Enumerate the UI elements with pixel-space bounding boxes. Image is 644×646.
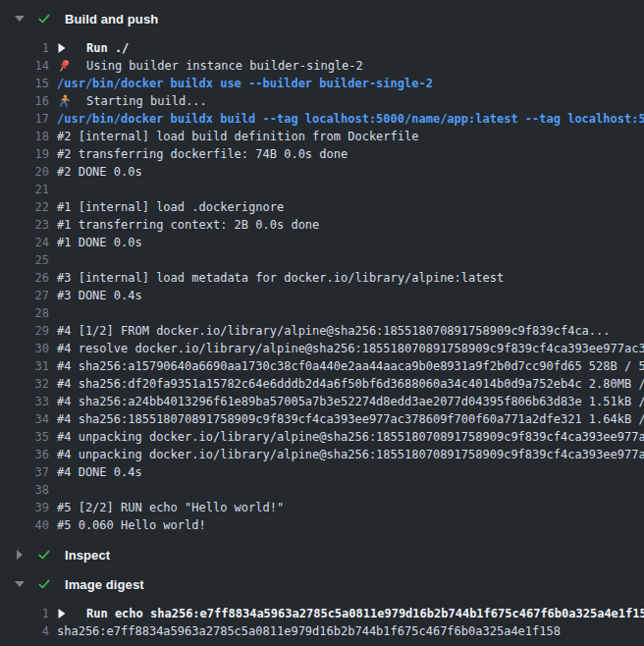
log-line: 1 Run ./ (0, 39, 644, 57)
log-line: 20 #2 DONE 0.0s (0, 163, 644, 181)
log-line: 18 #2 [internal] load build definition f… (0, 128, 644, 145)
line-number[interactable]: 40 (0, 516, 49, 534)
line-content: /usr/bin/docker buildx build --tag local… (57, 110, 644, 128)
section-title-inspect: Inspect (65, 548, 110, 563)
log-text: #3 [internal] load metadata for docker.i… (57, 269, 504, 287)
log-line: 4 sha256:e7ff8834a5963a2785c5a0811e979d1… (0, 622, 644, 640)
line-content (57, 181, 644, 198)
log-line: 36 #4 unpacking docker.io/library/alpine… (0, 446, 644, 463)
workflow-log-viewer: Build and push 1 Run ./ 14 Using builder… (0, 4, 644, 646)
line-number[interactable]: 1 (0, 605, 49, 622)
line-number[interactable]: 1 (0, 39, 49, 57)
log-text: /usr/bin/docker buildx build --tag local… (57, 110, 644, 128)
line-number[interactable]: 16 (0, 92, 49, 110)
log-line: 35 #4 unpacking docker.io/library/alpine… (0, 428, 644, 446)
line-number[interactable]: 33 (0, 393, 49, 410)
line-number[interactable]: 15 (0, 75, 49, 92)
line-number[interactable]: 30 (0, 340, 49, 357)
chevron-right-icon[interactable] (57, 43, 79, 53)
log-line: 24 #1 DONE 0.0s (0, 234, 644, 251)
section-header-image-digest[interactable]: Image digest (0, 569, 644, 599)
line-number[interactable]: 14 (0, 57, 49, 75)
line-number[interactable]: 18 (0, 128, 49, 145)
log-text: #1 DONE 0.0s (57, 234, 142, 251)
log-text: #3 DONE 0.4s (57, 287, 142, 304)
line-number[interactable]: 27 (0, 287, 49, 304)
log-line: 15 /usr/bin/docker buildx use --builder … (0, 75, 644, 92)
line-number[interactable]: 21 (0, 181, 49, 198)
line-content: #4 sha256:df20fa9351a15782c64e6dddb2d4a6… (57, 375, 644, 393)
log-line: 29 #4 [1/2] FROM docker.io/library/alpin… (0, 322, 644, 340)
section-header-build-and-push[interactable]: Build and push (0, 4, 644, 33)
line-number[interactable]: 17 (0, 110, 49, 128)
log-text: #4 [1/2] FROM docker.io/library/alpine@s… (57, 322, 611, 340)
line-number[interactable]: 26 (0, 269, 49, 287)
line-number[interactable]: 34 (0, 410, 49, 428)
line-content: #3 [internal] load metadata for docker.i… (57, 269, 644, 287)
line-number[interactable]: 38 (0, 481, 49, 499)
log-text: #4 sha256:185518070891758909c9f839cf4ca3… (57, 410, 644, 428)
log-line: 38 (0, 481, 644, 499)
line-content: #3 DONE 0.4s (57, 287, 644, 304)
log-line: 14 Using builder instance builder-single… (0, 57, 644, 75)
line-number[interactable]: 25 (0, 251, 49, 269)
line-number[interactable]: 4 (0, 622, 49, 640)
success-check-icon (37, 12, 51, 26)
log-line: 34 #4 sha256:185518070891758909c9f839cf4… (0, 410, 644, 428)
success-check-icon (37, 577, 51, 591)
line-number[interactable]: 37 (0, 463, 49, 481)
line-number[interactable]: 22 (0, 198, 49, 216)
log-line: 32 #4 sha256:df20fa9351a15782c64e6dddb2d… (0, 375, 644, 393)
log-text: #4 unpacking docker.io/library/alpine@sh… (57, 428, 644, 446)
line-content: #4 sha256:a15790640a6690aa1730c38cf0a440… (57, 357, 644, 375)
log-line: 31 #4 sha256:a15790640a6690aa1730c38cf0a… (0, 357, 644, 375)
line-content: #2 [internal] load build definition from… (57, 128, 644, 145)
log-text: #4 sha256:a24bb4013296f61e89ba57005a7b3e… (57, 393, 644, 410)
line-content: #1 DONE 0.0s (57, 234, 644, 251)
line-content: #5 [2/2] RUN echo "Hello world!" (57, 499, 644, 516)
line-content: #4 sha256:a24bb4013296f61e89ba57005a7b3e… (57, 393, 644, 410)
line-number[interactable]: 35 (0, 428, 49, 446)
line-number[interactable]: 19 (0, 145, 49, 163)
log-line: 1 Run echo sha256:e7ff8834a5963a2785c5a0… (0, 605, 644, 622)
line-content: #4 resolve docker.io/library/alpine@sha2… (57, 340, 644, 357)
log-section: Inspect (0, 540, 644, 569)
log-text: #2 transferring dockerfile: 74B 0.0s don… (57, 145, 348, 163)
line-number[interactable]: 20 (0, 163, 49, 181)
log-line: 28 (0, 304, 644, 322)
chevron-down-icon[interactable] (14, 581, 26, 587)
section-header-inspect[interactable]: Inspect (0, 540, 644, 569)
log-line: 25 (0, 251, 644, 269)
log-text: #2 [internal] load build definition from… (57, 128, 418, 145)
line-number[interactable]: 31 (0, 357, 49, 375)
line-content: Run echo sha256:e7ff8834a5963a2785c5a081… (57, 605, 644, 622)
log-text: #2 DONE 0.0s (57, 163, 142, 181)
line-number[interactable]: 29 (0, 322, 49, 340)
chevron-right-icon[interactable] (14, 550, 26, 560)
line-number[interactable]: 24 (0, 234, 49, 251)
section-log-body: 1 Run echo sha256:e7ff8834a5963a2785c5a0… (0, 599, 644, 646)
log-line: 23 #1 transferring context: 2B 0.0s done (0, 216, 644, 234)
line-number[interactable]: 28 (0, 304, 49, 322)
line-content: #2 DONE 0.0s (57, 163, 644, 181)
chevron-right-icon[interactable] (57, 609, 79, 619)
line-content: sha256:e7ff8834a5963a2785c5a0811e979d16b… (57, 622, 644, 640)
log-line: 22 #1 [internal] load .dockerignore (0, 198, 644, 216)
section-log-body: 1 Run ./ 14 Using builder instance build… (0, 33, 644, 540)
log-text: #4 unpacking docker.io/library/alpine@sh… (57, 446, 644, 463)
log-line: 33 #4 sha256:a24bb4013296f61e89ba57005a7… (0, 393, 644, 410)
line-number[interactable]: 32 (0, 375, 49, 393)
line-number[interactable]: 39 (0, 499, 49, 516)
log-text: #1 transferring context: 2B 0.0s done (57, 216, 319, 234)
line-content: #5 0.060 Hello world! (57, 516, 644, 534)
log-section: Image digest 1 Run echo sha256:e7ff8834a… (0, 569, 644, 646)
log-text: #4 DONE 0.4s (57, 463, 142, 481)
line-content: #4 DONE 0.4s (57, 463, 644, 481)
chevron-down-icon[interactable] (14, 16, 26, 22)
log-text: #5 0.060 Hello world! (57, 516, 206, 534)
log-text: Run ./ (86, 39, 129, 57)
line-content: Run ./ (57, 39, 644, 57)
line-number[interactable]: 23 (0, 216, 49, 234)
line-number[interactable]: 36 (0, 446, 49, 463)
log-line: 16 Starting build... (0, 92, 644, 110)
